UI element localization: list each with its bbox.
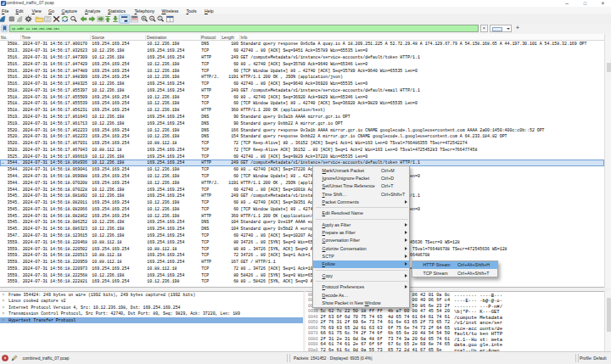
svg-text:1: 1 xyxy=(159,17,160,20)
